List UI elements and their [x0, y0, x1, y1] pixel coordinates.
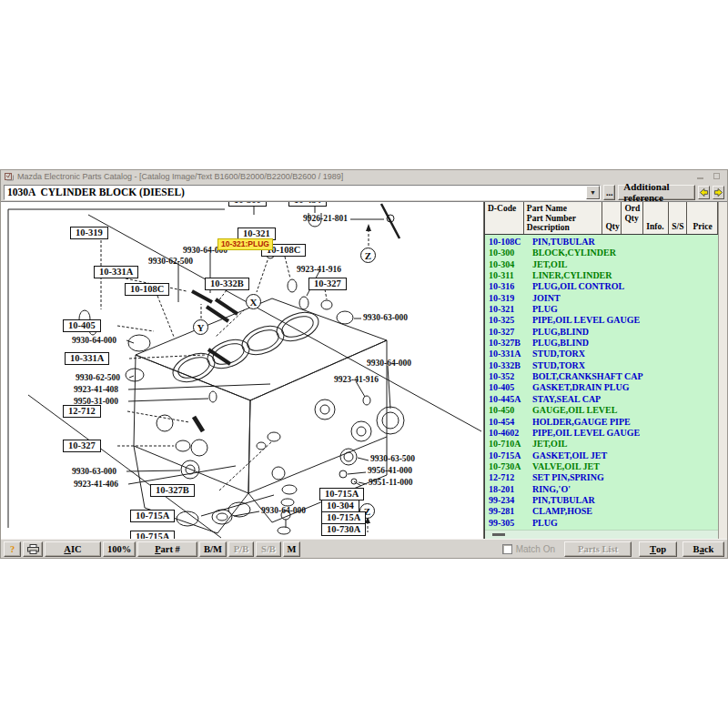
table-row[interactable]: 12-712SET PIN,SPRING: [485, 472, 718, 483]
diagram-callout[interactable]: 10-304: [321, 500, 359, 512]
diagram-part-number: 9923-41-406: [74, 480, 118, 489]
diagram-part-number: 9930-63-000: [363, 313, 408, 322]
row-partname: PIN,TUBULAR: [524, 237, 718, 248]
row-partname: VALVE,OIL JET: [524, 461, 718, 472]
diagram-callout[interactable]: 10-327B: [150, 484, 195, 497]
table-row[interactable]: 10-454HOLDER,GAUGE PIPE: [485, 417, 718, 428]
additional-reference-button[interactable]: Additional reference: [618, 185, 695, 200]
table-row[interactable]: 10-332BSTUD,TORX: [485, 360, 718, 371]
horizontal-scrollbar-thumb[interactable]: [492, 533, 505, 536]
table-row[interactable]: 10-4602PIPE,OIL LEVEL GAUGE: [485, 428, 718, 439]
diagram-callout[interactable]: 10-715A: [321, 511, 366, 524]
diagram-callout[interactable]: 10-730A: [321, 523, 366, 536]
header-qty: Qty: [602, 202, 622, 234]
diagram-callout[interactable]: 10-332B: [205, 278, 249, 290]
next-arrow-button[interactable]: [713, 186, 724, 199]
row-dcode: 10-300: [485, 248, 524, 258]
diagram-callout[interactable]: 10-405: [63, 319, 101, 332]
diagram-callout[interactable]: 10-300: [228, 202, 267, 207]
table-row[interactable]: 10-710AJET,OIL: [485, 439, 718, 450]
row-dcode: 10-108C: [485, 237, 524, 248]
table-row[interactable]: 10-316PLUG,OIL CONTROL: [485, 281, 718, 292]
table-row[interactable]: 99-234PIN,TUBULAR: [485, 495, 718, 506]
table-row[interactable]: 18-201RING,'O': [485, 484, 718, 495]
section-combobox[interactable]: 1030A CYLINDER BLOCK (DIESEL) ▼: [4, 185, 601, 200]
top-button[interactable]: Top: [639, 541, 677, 557]
diagram-callout[interactable]: 10-434: [288, 202, 327, 207]
diagram-part-number: 9923-41-916: [297, 265, 341, 274]
row-dcode: 10-730A: [485, 461, 524, 472]
table-row[interactable]: 10-319JOINT: [485, 293, 718, 304]
status-bar: ? AIC 100% Part # B/M P/B S/B M Match On…: [1, 539, 727, 558]
zoom-level-button[interactable]: 100%: [103, 541, 136, 557]
prev-arrow-button[interactable]: [698, 186, 710, 199]
match-on-checkbox[interactable]: Match On: [502, 544, 555, 554]
table-row[interactable]: 99-281CLAMP,HOSE: [485, 506, 718, 517]
part-number-button[interactable]: Part #: [137, 541, 197, 557]
vertical-scrollbar[interactable]: [718, 202, 727, 539]
table-row[interactable]: 10-327PLUG,BLIND: [485, 327, 718, 338]
diagram-callout[interactable]: 12-712: [63, 405, 101, 418]
checkbox-icon[interactable]: [502, 544, 512, 554]
diagram-callout[interactable]: 10-108C: [125, 283, 169, 296]
diagram-callout[interactable]: 10-715A: [130, 510, 175, 522]
row-dcode: 99-305: [485, 518, 524, 529]
row-dcode: 99-234: [485, 495, 524, 506]
printer-icon: [27, 544, 39, 554]
row-partname: STAY,SEAL CAP: [524, 394, 718, 405]
bm-button[interactable]: B/M: [199, 541, 227, 557]
back-button[interactable]: Back: [682, 541, 724, 557]
parts-list-button[interactable]: Parts List: [564, 541, 632, 557]
more-button[interactable]: ...: [603, 185, 615, 200]
table-row[interactable]: 10-325PIPE,OIL LEVEL GAUGE: [485, 315, 718, 326]
window-title: Mazda Electronic Parts Catalog - [Catalo…: [17, 172, 343, 181]
table-row[interactable]: 10-311LINER,CYLINDER: [485, 270, 718, 281]
help-button[interactable]: ?: [4, 541, 21, 557]
diagram-part-number: 9926-21-801: [303, 214, 348, 223]
pb-button[interactable]: P/B: [228, 541, 254, 557]
diagram-part-number: 9930-62-500: [76, 373, 120, 382]
diagram-callout[interactable]: 10-327: [63, 440, 101, 452]
table-row[interactable]: 10-331ASTUD,TORX: [485, 349, 718, 359]
row-partname: JET,OIL: [524, 439, 718, 450]
row-partname: PLUG,BLIND: [524, 338, 718, 349]
diagram-callout[interactable]: 10-715A: [130, 531, 175, 539]
m-button[interactable]: M: [283, 541, 300, 557]
table-row[interactable]: 10-405GASKET,DRAIN PLUG: [485, 382, 718, 393]
table-row[interactable]: 10-450GAUGE,OIL LEVEL: [485, 405, 718, 416]
print-button[interactable]: [23, 541, 43, 557]
row-dcode: 10-4602: [485, 428, 524, 439]
table-row[interactable]: 10-108CPIN,TUBULAR: [485, 237, 718, 248]
minimize-button[interactable]: [694, 172, 707, 181]
table-row[interactable]: 10-730AVALVE,OIL JET: [485, 461, 718, 472]
header-ord-qty: Ord Qty: [622, 202, 643, 234]
diagram-callout[interactable]: 10-319: [70, 227, 108, 239]
table-row[interactable]: 10-327BPLUG,BLIND: [485, 338, 718, 349]
header-price: Price: [687, 202, 718, 234]
diagram-callout[interactable]: 10-331A: [94, 266, 138, 278]
header-part: Part Name Part Number Description: [524, 202, 603, 234]
table-row[interactable]: 10-715AGASKET,OIL JET: [485, 450, 718, 461]
diagram-part-number: 9930-62-500: [148, 257, 193, 266]
table-row[interactable]: 10-445ASTAY,SEAL CAP: [485, 394, 718, 405]
parts-diagram[interactable]: 10-31910-331A10-108C10-40510-331A12-7121…: [1, 202, 484, 539]
aic-button[interactable]: AIC: [45, 541, 101, 557]
table-row[interactable]: 10-304JET,OIL: [485, 259, 718, 270]
row-dcode: 10-325: [485, 315, 524, 326]
restore-button[interactable]: [711, 172, 723, 181]
table-row[interactable]: 99-305PLUG: [485, 518, 718, 529]
table-row[interactable]: 10-321PLUG: [485, 304, 718, 315]
arrow-right-icon: [713, 187, 723, 197]
screenshot-root: Mazda Electronic Parts Catalog - [Catalo…: [0, 0, 728, 728]
row-partname: STUD,TORX: [524, 349, 718, 359]
horizontal-scrollbar[interactable]: [485, 530, 718, 539]
table-row[interactable]: 10-352BOLT,CRANKSHAFT CAP: [485, 371, 718, 382]
table-row[interactable]: 10-300BLOCK,CYLINDER: [485, 248, 718, 258]
diagram-callout[interactable]: 10-715A: [319, 488, 364, 500]
row-partname: HOLDER,GAUGE PIPE: [524, 417, 718, 428]
row-dcode: 10-710A: [485, 439, 524, 450]
chevron-down-icon[interactable]: ▼: [586, 186, 600, 199]
diagram-callout[interactable]: 10-327: [308, 278, 347, 290]
sb-button[interactable]: S/B: [256, 541, 281, 557]
diagram-callout[interactable]: 10-331A: [65, 352, 109, 365]
